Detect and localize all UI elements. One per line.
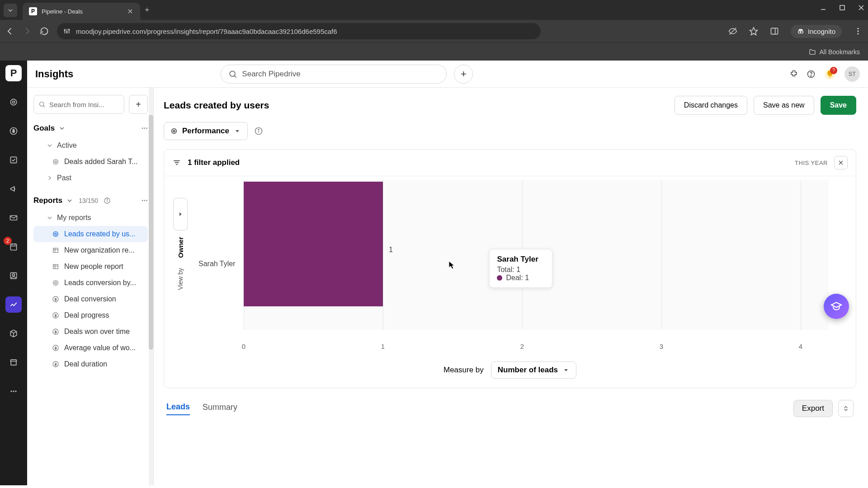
rail-focus-icon[interactable]	[5, 94, 22, 110]
forward-icon	[23, 27, 33, 36]
rail-campaigns-icon[interactable]	[5, 181, 22, 197]
svg-point-21	[10, 99, 16, 105]
goals-active-folder[interactable]: Active	[33, 137, 148, 154]
rail-more-icon[interactable]	[5, 383, 22, 399]
add-insight-button[interactable]: +	[129, 95, 148, 114]
report-item[interactable]: $Deal duration	[33, 356, 148, 372]
rail-activities-icon[interactable]: 2	[5, 239, 22, 255]
help-icon[interactable]	[807, 70, 816, 79]
reports-section-header[interactable]: Reports 13/150 ···	[33, 196, 148, 205]
y-axis-category-label: Sarah Tyler	[198, 260, 236, 268]
filter-icon[interactable]	[172, 158, 181, 167]
rail-products-icon[interactable]	[5, 325, 22, 342]
svg-point-20	[857, 33, 859, 34]
user-avatar[interactable]: ST	[844, 66, 860, 82]
global-search-placeholder: Search Pipedrive	[242, 70, 300, 79]
knowledge-base-fab[interactable]	[824, 294, 849, 319]
svg-rect-53	[53, 264, 58, 268]
incognito-chip[interactable]: Incognito	[791, 25, 842, 38]
my-reports-label: My reports	[57, 214, 91, 222]
filter-applied-label[interactable]: 1 filter applied	[188, 158, 240, 167]
pipedrive-logo-icon[interactable]: P	[5, 65, 22, 81]
rail-projects-icon[interactable]	[5, 152, 22, 168]
scrollbar-thumb[interactable]	[149, 115, 153, 350]
browser-tab-active[interactable]: P Pipeline - Deals	[23, 3, 140, 20]
reload-icon[interactable]	[40, 27, 51, 36]
side-panel-icon[interactable]	[770, 27, 779, 36]
bookmarks-folder-icon[interactable]	[809, 48, 816, 56]
rail-deals-icon[interactable]: $	[5, 123, 22, 139]
quick-add-button[interactable]: +	[454, 65, 473, 84]
svg-rect-50	[53, 248, 58, 252]
viewby-expand-handle[interactable]	[173, 198, 188, 230]
active-label: Active	[57, 141, 77, 150]
global-search-input[interactable]: Search Pipedrive	[221, 65, 447, 84]
rail-mail-icon[interactable]	[5, 210, 22, 226]
rail-insights-icon[interactable]	[5, 296, 22, 313]
dollar-icon: $	[52, 344, 60, 352]
extensions-icon[interactable]	[789, 70, 798, 79]
report-item[interactable]: New people report	[33, 258, 148, 275]
goals-more-icon[interactable]: ···	[142, 124, 148, 133]
eye-off-icon[interactable]	[728, 27, 737, 36]
past-label: Past	[57, 174, 71, 182]
rail-contacts-icon[interactable]	[5, 267, 22, 284]
svg-point-9	[64, 30, 66, 31]
info-icon[interactable]	[104, 197, 111, 204]
window-minimize-icon[interactable]	[820, 5, 826, 11]
my-reports-folder[interactable]: My reports	[33, 210, 148, 226]
measure-by-selector[interactable]: Number of leads	[491, 361, 576, 379]
svg-text:$: $	[13, 129, 15, 133]
svg-point-48	[53, 232, 58, 237]
report-item-label: Average value of wo...	[64, 344, 136, 352]
report-title: Leads created by users	[164, 100, 269, 111]
report-item[interactable]: $Deals won over time	[33, 324, 148, 340]
save-as-new-button[interactable]: Save as new	[754, 96, 814, 115]
back-icon[interactable]	[5, 27, 16, 36]
collapse-table-button[interactable]	[838, 400, 854, 417]
svg-point-41	[40, 102, 44, 106]
kebab-menu-icon[interactable]	[854, 27, 863, 36]
window-close-icon[interactable]	[858, 5, 864, 11]
reports-more-icon[interactable]: ···	[142, 196, 148, 205]
svg-line-38	[235, 75, 236, 77]
filter-close-button[interactable]	[834, 156, 848, 169]
all-bookmarks-label[interactable]: All Bookmarks	[820, 48, 860, 56]
rail-marketplace-icon[interactable]	[5, 354, 22, 371]
chart-bar-deal[interactable]	[244, 182, 383, 306]
sales-assistant-icon[interactable]: ?	[824, 68, 836, 80]
tooltip-title: Sarah Tyler	[497, 255, 545, 264]
report-item-leads-created[interactable]: Leads created by us...	[33, 226, 148, 242]
report-item[interactable]: $Deal progress	[33, 307, 148, 324]
goals-past-folder[interactable]: Past	[33, 170, 148, 186]
svg-point-57	[55, 282, 57, 284]
chart-canvas[interactable]: Sarah Tyler 1	[198, 180, 829, 348]
goals-section-header[interactable]: Goals ···	[33, 124, 148, 133]
save-button[interactable]: Save	[821, 96, 856, 115]
browser-app-menu[interactable]	[4, 4, 17, 17]
svg-point-17	[801, 31, 803, 33]
report-item[interactable]: Leads conversion by...	[33, 275, 148, 291]
window-maximize-icon[interactable]	[839, 5, 845, 11]
svg-marker-70	[236, 130, 239, 132]
tab-close-icon[interactable]	[127, 8, 134, 15]
star-icon[interactable]	[749, 27, 758, 36]
report-main-area: Leads created by users Discard changes S…	[154, 88, 868, 485]
discard-changes-button[interactable]: Discard changes	[675, 96, 747, 115]
url-bar[interactable]: moodjoy.pipedrive.com/progress/insights/…	[57, 23, 541, 39]
search-icon	[228, 70, 237, 79]
target-icon	[52, 279, 60, 286]
search-icon	[38, 101, 46, 108]
export-button[interactable]: Export	[793, 400, 833, 417]
tab-leads[interactable]: Leads	[166, 402, 190, 415]
insights-search-input[interactable]: Search from Insi...	[33, 95, 124, 114]
report-type-selector[interactable]: Performance	[164, 122, 248, 140]
report-item[interactable]: $Deal conversion	[33, 291, 148, 307]
new-tab-button[interactable]: +	[145, 5, 150, 15]
report-item[interactable]: $Average value of wo...	[33, 340, 148, 356]
info-icon[interactable]	[254, 127, 263, 136]
report-item[interactable]: New organization re...	[33, 242, 148, 258]
site-settings-icon[interactable]	[63, 28, 71, 35]
goal-item[interactable]: Deals added Sarah T...	[33, 154, 148, 170]
tab-summary[interactable]: Summary	[203, 403, 237, 415]
